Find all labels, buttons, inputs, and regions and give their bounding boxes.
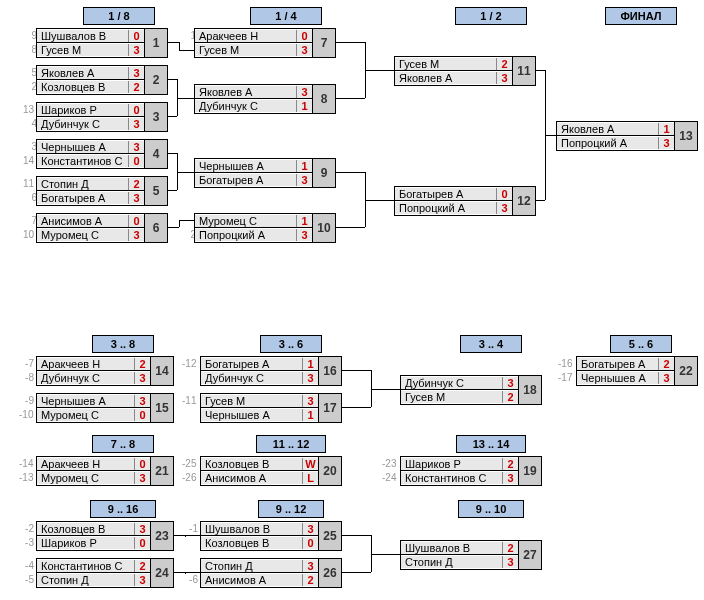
player-name: Стопин Д xyxy=(37,574,134,586)
round-header: 3 .. 4 xyxy=(460,335,522,353)
match-number: 22 xyxy=(674,357,697,385)
seed-number: -2 xyxy=(22,523,34,534)
player-name: Константинов С xyxy=(37,155,128,167)
connector-line xyxy=(167,153,177,154)
player-score: 3 xyxy=(296,86,312,98)
match-3[interactable]: Шариков Р0Дубинчук С33 xyxy=(36,102,168,132)
match-13[interactable]: Яковлев А1Попроцкий А313 xyxy=(556,121,698,151)
match-25[interactable]: Шушвалов В3Козловцев В025 xyxy=(200,521,342,551)
connector-line xyxy=(335,42,365,43)
player-name: Богатырев А xyxy=(195,174,296,186)
player-score: 0 xyxy=(134,458,150,470)
match-11[interactable]: Гусев М2Яковлев А311 xyxy=(394,56,536,86)
match-15[interactable]: Чернышев А3Муромец С015 xyxy=(36,393,174,423)
player-name: Козловцев В xyxy=(37,81,128,93)
match-20[interactable]: Козловцев ВWАнисимов АL20 xyxy=(200,456,342,486)
player-score: 3 xyxy=(134,523,150,535)
player-name: Гусев М xyxy=(37,44,128,56)
seed-number: -5 xyxy=(22,574,34,585)
connector-line xyxy=(371,389,400,390)
match-8[interactable]: Яковлев А3Дубинчук С18 xyxy=(194,84,336,114)
seed-number: -3 xyxy=(22,537,34,548)
player-score: 1 xyxy=(658,123,674,135)
player-name: Шушвалов В xyxy=(201,523,302,535)
match-18[interactable]: Дубинчук С3Гусев М218 xyxy=(400,375,542,405)
connector-line xyxy=(167,190,177,191)
round-header: 13 .. 14 xyxy=(456,435,526,453)
player-name: Муромец С xyxy=(37,472,134,484)
match-7[interactable]: Аракчеев Н0Гусев М37 xyxy=(194,28,336,58)
player-score: 3 xyxy=(134,574,150,586)
player-name: Шушвалов В xyxy=(37,30,128,42)
match-number: 21 xyxy=(150,457,173,485)
match-2[interactable]: Яковлев А3Козловцев В22 xyxy=(36,65,168,95)
match-27[interactable]: Шушвалов В2Стопин Д327 xyxy=(400,540,542,570)
player-score: 1 xyxy=(302,409,318,421)
seed-number: -10 xyxy=(19,409,31,420)
seed-number: 13 xyxy=(22,104,34,115)
round-header: 3 .. 6 xyxy=(260,335,322,353)
player-score: 0 xyxy=(128,155,144,167)
player-name: Гусев М xyxy=(401,391,502,403)
match-4[interactable]: Чернышев А3Константинов С04 xyxy=(36,139,168,169)
match-21[interactable]: Аракчеев Н0Муромец С321 xyxy=(36,456,174,486)
match-14[interactable]: Аракчеев Н2Дубинчук С314 xyxy=(36,356,174,386)
player-score: 0 xyxy=(134,537,150,549)
match-10[interactable]: Муромец С1Попроцкий А310 xyxy=(194,213,336,243)
match-26[interactable]: Стопин Д3Анисимов А226 xyxy=(200,558,342,588)
player-name: Стопин Д xyxy=(201,560,302,572)
seed-number: -17 xyxy=(558,372,570,383)
connector-line xyxy=(177,98,194,99)
player-name: Яковлев А xyxy=(37,67,128,79)
connector-line xyxy=(179,42,180,50)
seed-number: -14 xyxy=(19,458,31,469)
seed-number: -11 xyxy=(182,395,194,406)
match-5[interactable]: Стопин Д2Богатырев А35 xyxy=(36,176,168,206)
match-number: 1 xyxy=(144,29,167,57)
player-name: Попроцкий А xyxy=(395,202,496,214)
match-24[interactable]: Константинов С2Стопин Д324 xyxy=(36,558,174,588)
connector-line xyxy=(173,572,185,573)
player-name: Богатырев А xyxy=(201,358,302,370)
player-score: 2 xyxy=(128,81,144,93)
match-19[interactable]: Шариков Р2Константинов С319 xyxy=(400,456,542,486)
round-header: 11 .. 12 xyxy=(256,435,326,453)
player-score: 0 xyxy=(128,104,144,116)
match-23[interactable]: Козловцев В3Шариков Р023 xyxy=(36,521,174,551)
match-6[interactable]: Анисимов А0Муромец С36 xyxy=(36,213,168,243)
match-number: 23 xyxy=(150,522,173,550)
player-name: Дубинчук С xyxy=(37,118,128,130)
round-header: 9 .. 16 xyxy=(90,500,156,518)
match-number: 27 xyxy=(518,541,541,569)
player-name: Козловцев В xyxy=(201,537,302,549)
connector-line xyxy=(167,227,179,228)
match-1[interactable]: Шушвалов В0Гусев М31 xyxy=(36,28,168,58)
player-name: Богатырев А xyxy=(395,188,496,200)
connector-line xyxy=(185,572,200,573)
match-22[interactable]: Богатырев А2Чернышев А322 xyxy=(576,356,698,386)
match-9[interactable]: Чернышев А1Богатырев А39 xyxy=(194,158,336,188)
player-name: Анисимов А xyxy=(201,574,302,586)
connector-line xyxy=(167,42,179,43)
bracket-canvas: 1 / 81 / 41 / 2ФИНАЛ3 .. 83 .. 63 .. 45 … xyxy=(0,0,704,600)
match-number: 9 xyxy=(312,159,335,187)
match-12[interactable]: Богатырев А0Попроцкий А312 xyxy=(394,186,536,216)
connector-line xyxy=(335,172,365,173)
player-name: Шушвалов В xyxy=(401,542,502,554)
seed-number: 10 xyxy=(22,229,34,240)
player-score: 3 xyxy=(134,472,150,484)
match-17[interactable]: Гусев М3Чернышев А117 xyxy=(200,393,342,423)
player-score: 3 xyxy=(296,44,312,56)
seed-number: -4 xyxy=(22,560,34,571)
match-number: 6 xyxy=(144,214,167,242)
player-name: Гусев М xyxy=(201,395,302,407)
match-16[interactable]: Богатырев А1Дубинчук С316 xyxy=(200,356,342,386)
player-score: 3 xyxy=(302,560,318,572)
connector-line xyxy=(535,200,545,201)
player-score: 3 xyxy=(658,372,674,384)
player-name: Дубинчук С xyxy=(201,372,302,384)
player-score: 3 xyxy=(134,395,150,407)
player-score: 2 xyxy=(658,358,674,370)
connector-line xyxy=(535,70,545,71)
player-name: Чернышев А xyxy=(201,409,302,421)
